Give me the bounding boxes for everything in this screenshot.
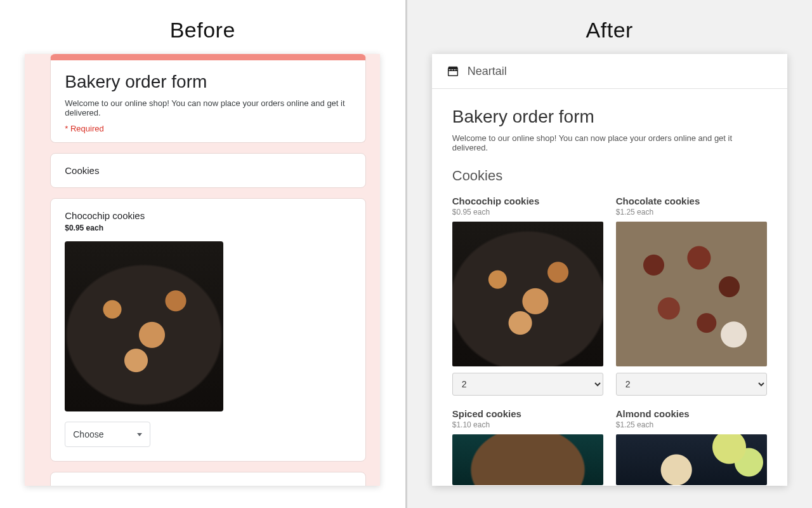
product-image xyxy=(616,222,767,366)
product-image xyxy=(452,222,603,366)
product-price: $0.95 each xyxy=(65,224,351,232)
product-image xyxy=(616,434,767,485)
before-heading: Before xyxy=(0,0,405,54)
product-image xyxy=(452,434,603,485)
after-heading: After xyxy=(407,0,813,54)
product-price: $1.25 each xyxy=(616,420,767,429)
product-image xyxy=(65,241,223,411)
form-description: Welcome to our online shop! You can now … xyxy=(452,133,767,152)
neartail-form-card: Neartail Bakery order form Welcome to ou… xyxy=(432,54,787,486)
quantity-select[interactable]: 2 xyxy=(452,373,603,396)
product-card-almond: Almond cookies $1.25 each xyxy=(616,408,767,486)
form-title: Bakery order form xyxy=(452,107,767,127)
required-note: * Required xyxy=(65,124,351,133)
product-card-chocolate: Chocolate cookies $1.25 each 2 xyxy=(616,196,767,396)
chevron-down-icon xyxy=(137,433,142,436)
product-price: $0.95 each xyxy=(452,208,603,217)
section-card-cookies: Cookies xyxy=(50,153,366,188)
section-title: Cookies xyxy=(452,168,767,184)
before-pane: Before Bakery order form Welcome to our … xyxy=(0,0,407,508)
product-grid: Chocochip cookies $0.95 each 2 Chocolate… xyxy=(452,196,767,486)
quantity-dropdown[interactable]: Choose xyxy=(65,422,150,447)
neartail-header: Neartail xyxy=(432,54,787,89)
product-name: Chocochip cookies xyxy=(65,210,351,221)
google-form-card: Bakery order form Welcome to our online … xyxy=(25,54,380,486)
brand-name: Neartail xyxy=(468,65,507,78)
dropdown-label: Choose xyxy=(73,429,103,439)
product-card-chocochip: Chocochip cookies $0.95 each Choose xyxy=(50,198,366,462)
product-card-chocochip: Chocochip cookies $0.95 each 2 xyxy=(452,196,603,396)
store-icon xyxy=(446,64,460,78)
neartail-body: Bakery order form Welcome to our online … xyxy=(432,89,787,486)
form-title: Bakery order form xyxy=(65,72,351,92)
form-header-card: Bakery order form Welcome to our online … xyxy=(50,54,366,143)
product-name: Chocochip cookies xyxy=(452,196,603,206)
product-price: $1.25 each xyxy=(616,208,767,217)
product-name: Spiced cookies xyxy=(452,408,603,419)
form-description: Welcome to our online shop! You can now … xyxy=(65,98,351,117)
quantity-select[interactable]: 2 xyxy=(616,373,767,396)
comparison-container: Before Bakery order form Welcome to our … xyxy=(0,0,812,508)
product-name: Chocolate cookies xyxy=(65,484,351,486)
product-card-spiced: Spiced cookies $1.10 each xyxy=(452,408,603,486)
after-pane: After Neartail Bakery order form Welcome… xyxy=(407,0,813,508)
product-name: Chocolate cookies xyxy=(616,196,767,206)
product-card-chocolate: Chocolate cookies $1.25 each xyxy=(50,472,366,486)
product-name: Almond cookies xyxy=(616,408,767,419)
product-price: $1.10 each xyxy=(452,420,603,429)
section-title: Cookies xyxy=(65,165,351,176)
